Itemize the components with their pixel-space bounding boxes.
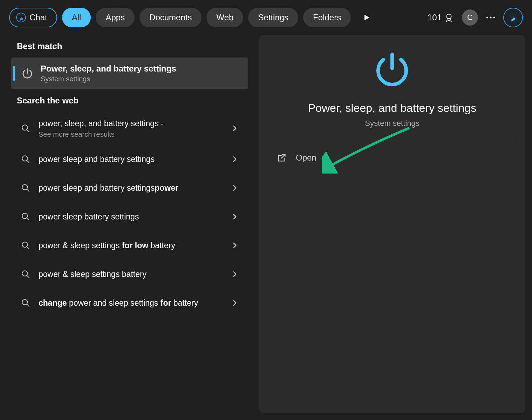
svg-point-1 — [447, 14, 451, 19]
play-icon — [364, 14, 370, 21]
bing-icon — [508, 13, 518, 22]
chevron-right-icon — [231, 213, 238, 220]
open-external-icon — [277, 153, 287, 163]
chevron-right-icon — [231, 271, 238, 278]
search-web-header: Search the web — [7, 89, 252, 112]
filter-web[interactable]: Web — [206, 8, 243, 27]
web-results-list: power, sleep, and battery settings -See … — [7, 112, 252, 317]
chat-label: Chat — [29, 13, 47, 22]
bing-icon — [16, 13, 26, 22]
web-result-text: power sleep battery settings — [39, 211, 223, 222]
chevron-right-icon — [231, 184, 238, 191]
search-icon — [21, 270, 30, 279]
filter-folders[interactable]: Folders — [303, 8, 351, 27]
best-match-subtitle: System settings — [41, 75, 176, 83]
power-icon — [21, 67, 34, 80]
main-content: Best match Power, sleep, and battery set… — [0, 35, 532, 413]
bing-chat-button[interactable] — [503, 8, 523, 27]
power-icon — [371, 49, 413, 91]
detail-subtitle: System settings — [365, 119, 419, 128]
rewards-badge-icon — [444, 13, 453, 22]
avatar-initial: C — [467, 13, 473, 22]
chevron-right-icon — [231, 299, 238, 306]
filter-documents[interactable]: Documents — [139, 8, 202, 27]
web-result-text: change power and sleep settings for batt… — [39, 298, 223, 309]
web-result-sub: See more search results — [39, 130, 223, 138]
search-icon — [21, 212, 30, 221]
best-match-title: Power, sleep, and battery settings — [41, 64, 176, 74]
open-action[interactable]: Open — [259, 142, 525, 173]
best-match-header: Best match — [7, 35, 252, 57]
more-options-button[interactable] — [483, 10, 498, 25]
search-icon — [21, 124, 30, 133]
filter-all[interactable]: All — [62, 8, 91, 27]
search-icon — [21, 183, 30, 192]
chat-button[interactable]: Chat — [9, 8, 57, 27]
svg-point-3 — [490, 17, 492, 19]
results-column: Best match Power, sleep, and battery set… — [7, 35, 252, 413]
filter-settings[interactable]: Settings — [248, 8, 298, 27]
web-result[interactable]: change power and sleep settings for batt… — [11, 289, 248, 317]
detail-panel: Power, sleep, and battery settings Syste… — [259, 35, 525, 413]
user-avatar[interactable]: C — [462, 9, 478, 26]
svg-point-4 — [493, 17, 495, 19]
web-result-text: power sleep and battery settings — [39, 154, 223, 165]
web-result[interactable]: power sleep battery settings — [11, 202, 248, 231]
open-label: Open — [296, 153, 316, 163]
web-result-text: power & sleep settings for low battery — [39, 240, 223, 251]
web-result[interactable]: power & sleep settings battery — [11, 260, 248, 289]
web-result[interactable]: power sleep and battery settings — [11, 145, 248, 174]
ellipsis-icon — [486, 16, 496, 19]
rewards-indicator[interactable]: 101 — [428, 13, 453, 22]
filter-apps[interactable]: Apps — [96, 8, 135, 27]
web-result[interactable]: power, sleep, and battery settings -See … — [11, 112, 248, 145]
web-result[interactable]: power & sleep settings for low battery — [11, 231, 248, 260]
web-result-text: power sleep and battery settingspower — [39, 183, 223, 194]
more-filters-button[interactable] — [359, 10, 375, 25]
detail-title: Power, sleep, and battery settings — [308, 102, 476, 115]
svg-point-2 — [486, 17, 488, 19]
web-result-text: power & sleep settings battery — [39, 269, 223, 280]
search-icon — [21, 298, 30, 307]
search-icon — [21, 241, 30, 250]
web-result[interactable]: power sleep and battery settingspower — [11, 174, 248, 202]
topbar: Chat All Apps Documents Web Settings Fol… — [0, 0, 532, 35]
web-result-text: power, sleep, and battery settings - — [39, 118, 223, 129]
chevron-right-icon — [231, 156, 238, 163]
chevron-right-icon — [231, 125, 238, 132]
search-icon — [21, 155, 30, 164]
best-match-result[interactable]: Power, sleep, and battery settings Syste… — [11, 57, 248, 89]
rewards-points: 101 — [428, 13, 442, 22]
chevron-right-icon — [231, 242, 238, 249]
